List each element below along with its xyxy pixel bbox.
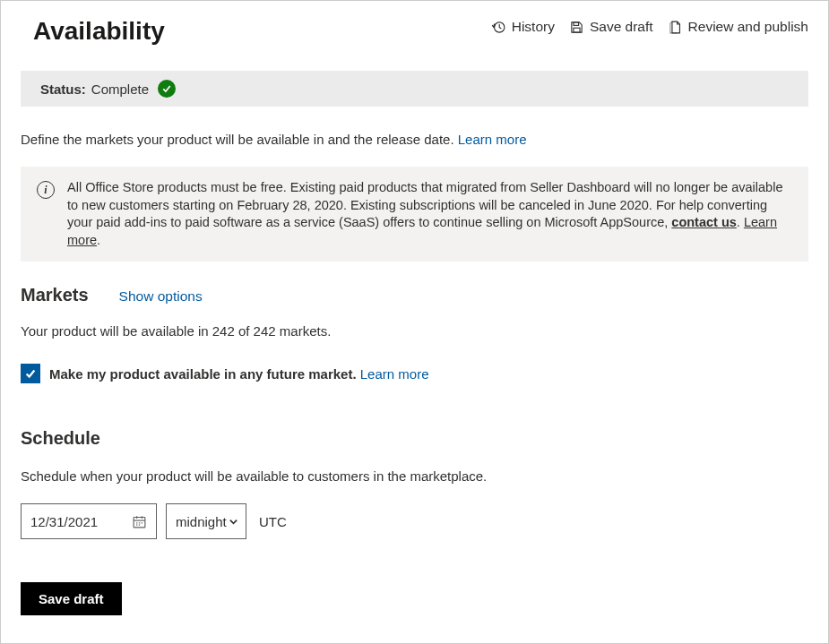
svg-rect-3 — [134, 517, 145, 527]
future-markets-label: Make my product available in any future … — [49, 366, 429, 382]
release-date-value: 12/31/2021 — [30, 514, 98, 529]
info-text: All Office Store products must be free. … — [67, 179, 792, 249]
document-icon — [668, 20, 683, 35]
chevron-down-icon — [229, 517, 238, 527]
complete-check-icon — [158, 80, 176, 98]
markets-description: Your product will be available in 242 of… — [21, 323, 808, 339]
show-options-link[interactable]: Show options — [119, 288, 203, 305]
page-title: Availability — [33, 17, 165, 46]
save-icon — [569, 20, 584, 35]
status-bar: Status: Complete — [21, 71, 808, 107]
status-value: Complete — [91, 82, 149, 97]
info-callout: i All Office Store products must be free… — [21, 167, 808, 262]
contact-us-link[interactable]: contact us — [671, 215, 737, 229]
svg-rect-2 — [574, 28, 580, 32]
save-draft-link[interactable]: Save draft — [569, 19, 653, 35]
future-markets-label-text: Make my product available in any future … — [49, 366, 360, 382]
history-link[interactable]: History — [491, 19, 555, 35]
intro-learn-more-link[interactable]: Learn more — [458, 132, 527, 147]
timezone-label: UTC — [259, 514, 287, 529]
save-draft-button[interactable]: Save draft — [21, 582, 122, 615]
intro-text: Define the markets your product will be … — [21, 132, 808, 147]
release-date-input[interactable]: 12/31/2021 — [21, 503, 157, 539]
header-actions: History Save draft Review and publish — [491, 17, 808, 35]
history-label: History — [512, 19, 555, 35]
intro-body: Define the markets your product will be … — [21, 132, 458, 147]
schedule-heading: Schedule — [21, 428, 808, 449]
info-trailing: . — [97, 233, 100, 247]
release-time-value: midnight — [176, 514, 227, 529]
history-icon — [491, 20, 506, 35]
info-icon: i — [37, 181, 55, 199]
future-markets-checkbox[interactable] — [21, 364, 40, 383]
review-publish-label: Review and publish — [688, 19, 808, 35]
markets-heading: Markets — [21, 285, 89, 305]
svg-rect-1 — [574, 21, 579, 25]
review-publish-link[interactable]: Review and publish — [668, 19, 808, 35]
calendar-icon — [132, 514, 147, 529]
release-time-select[interactable]: midnight — [166, 503, 246, 539]
save-draft-header-label: Save draft — [590, 19, 653, 35]
future-markets-learn-more-link[interactable]: Learn more — [360, 366, 429, 382]
schedule-description: Schedule when your product will be avail… — [21, 468, 808, 484]
info-sep: . — [737, 215, 744, 229]
status-label: Status: — [40, 82, 86, 97]
